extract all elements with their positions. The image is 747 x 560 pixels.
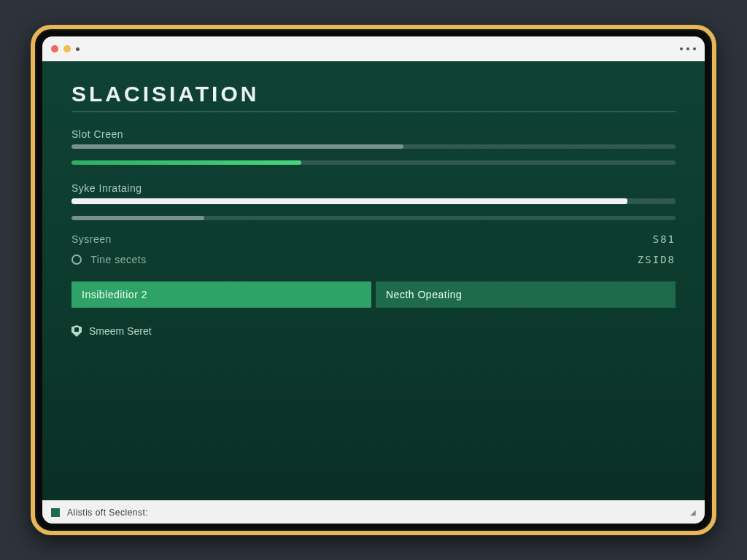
dot-icon (76, 47, 80, 51)
stat-value: S81 (653, 233, 676, 245)
link-label: Smeem Seret (89, 325, 152, 337)
clock-icon (71, 254, 82, 265)
next-button[interactable]: Necth Opeating (376, 281, 676, 308)
progress-track-2 (71, 198, 676, 204)
kebab-menu-icon[interactable] (680, 47, 696, 50)
progress-track-1b (71, 160, 676, 165)
minimize-icon[interactable] (63, 45, 71, 52)
stat-row-1: Sysreen S81 (71, 233, 676, 245)
titlebar (42, 36, 705, 61)
close-icon[interactable] (51, 45, 58, 52)
installer-content: SLACISIATION Slot Creen Syke Inrataing (42, 61, 705, 500)
secondary-link[interactable]: Smeem Seret (71, 325, 676, 337)
progress-track-1 (71, 144, 676, 149)
progress-fill-1a (71, 144, 403, 149)
stat-label: Sysreen (71, 233, 112, 245)
resize-grip-icon[interactable]: ◢ (690, 508, 697, 516)
stat-label: Tine secets (71, 254, 147, 265)
progress-label-2: Syke Inrataing (71, 182, 676, 194)
progress-track-3 (71, 216, 676, 220)
button-row: Insibleditior 2 Necth Opeating (71, 281, 676, 308)
divider (71, 111, 676, 112)
page-title: SLACISIATION (71, 82, 676, 106)
progress-fill-3 (71, 216, 204, 220)
window-controls (51, 45, 80, 52)
shield-icon (71, 325, 82, 337)
stat-row-2: Tine secets ZSID8 (71, 254, 676, 265)
device-frame: SLACISIATION Slot Creen Syke Inrataing (31, 25, 716, 535)
statusbar: Alistis oft Seclenst: ◢ (42, 500, 705, 524)
stat-value: ZSID8 (638, 254, 676, 265)
app-window: SLACISIATION Slot Creen Syke Inrataing (42, 36, 705, 524)
progress-fill-2 (71, 198, 627, 204)
status-text: Alistis oft Seclenst: (67, 508, 148, 518)
progress-label-1: Slot Creen (71, 128, 676, 140)
progress-fill-1b (71, 160, 301, 165)
status-indicator-icon (51, 508, 60, 517)
install-button[interactable]: Insibleditior 2 (71, 281, 371, 308)
